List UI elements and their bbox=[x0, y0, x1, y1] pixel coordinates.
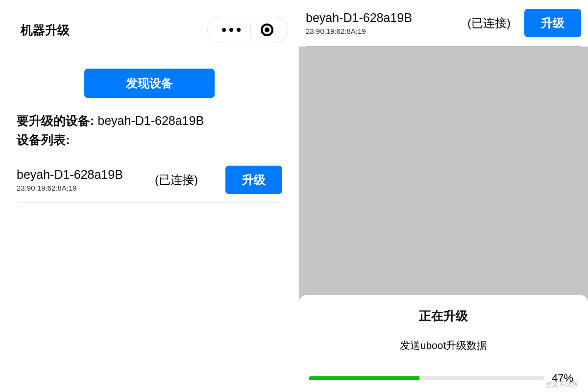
upgrade-button[interactable]: 升级 bbox=[225, 166, 282, 194]
target-prefix: 要升级的设备: bbox=[17, 114, 98, 127]
discover-devices-button[interactable]: 发现设备 bbox=[84, 69, 215, 98]
capsule-divider bbox=[250, 23, 251, 37]
left-panel: 机器升级 发现设备 要升级的设备: beyah-D1-628a19B 设备列表:… bbox=[0, 0, 299, 392]
more-icon[interactable] bbox=[222, 28, 241, 32]
device-row[interactable]: beyah-D1-628a19B 23:90:19:62:8A:19 (已连接)… bbox=[306, 0, 581, 47]
right-panel: beyah-D1-628a19B 23:90:19:62:8A:19 (已连接)… bbox=[299, 0, 588, 392]
target-device-line: 要升级的设备: beyah-D1-628a19B bbox=[17, 113, 282, 129]
device-info: beyah-D1-628a19B 23:90:19:62:8A:19 bbox=[17, 168, 123, 192]
sheet-subtitle: 发送uboot升级数据 bbox=[309, 339, 578, 352]
device-status: (已连接) bbox=[155, 172, 198, 188]
device-name: beyah-D1-628a19B bbox=[306, 11, 412, 25]
page-title: 机器升级 bbox=[21, 22, 70, 38]
mini-program-capsule bbox=[207, 17, 288, 43]
upgrade-progress-sheet: 正在升级 发送uboot升级数据 47% bbox=[299, 295, 588, 392]
device-mac: 23:90:19:62:8A:19 bbox=[306, 27, 412, 35]
sheet-title: 正在升级 bbox=[309, 308, 578, 324]
progress-fill bbox=[309, 376, 419, 380]
close-target-icon[interactable] bbox=[261, 24, 273, 36]
device-row[interactable]: beyah-D1-628a19B 23:90:19:62:8A:19 (已连接)… bbox=[17, 159, 282, 202]
device-row-wrap: beyah-D1-628a19B 23:90:19:62:8A:19 (已连接)… bbox=[299, 0, 588, 47]
device-info: beyah-D1-628a19B 23:90:19:62:8A:19 bbox=[306, 11, 412, 35]
info-block: 要升级的设备: beyah-D1-628a19B 设备列表: bbox=[0, 98, 299, 148]
target-device-name: beyah-D1-628a19B bbox=[98, 114, 204, 127]
progress-bar bbox=[309, 376, 544, 380]
device-name: beyah-D1-628a19B bbox=[17, 168, 123, 182]
progress-wrap: 47% bbox=[309, 372, 578, 385]
discover-wrap: 发现设备 bbox=[0, 69, 299, 98]
device-status: (已连接) bbox=[467, 15, 511, 31]
upgrade-button[interactable]: 升级 bbox=[524, 9, 581, 37]
progress-percent: 47% bbox=[552, 372, 578, 385]
header: 机器升级 bbox=[0, 0, 299, 43]
device-list-label: 设备列表: bbox=[17, 132, 282, 148]
device-mac: 23:90:19:62:8A:19 bbox=[17, 184, 123, 192]
